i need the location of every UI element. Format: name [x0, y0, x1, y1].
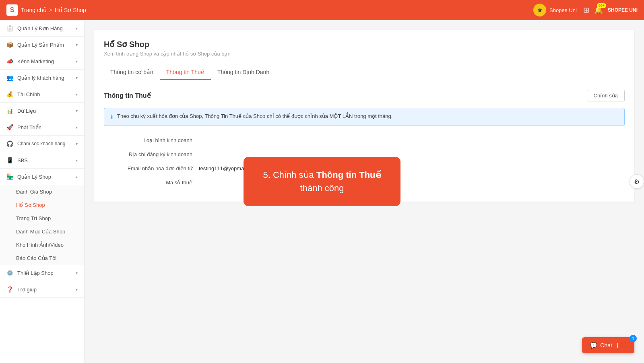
sidebar-sub-item-danh-gia-shop[interactable]: Đánh Giá Shop	[0, 185, 84, 198]
edit-button[interactable]: Chỉnh sửa	[587, 90, 625, 101]
field-loai-hinh-kinh-doanh: Loại hình kinh doanh	[104, 136, 625, 143]
settings-side-button[interactable]: ⚙	[630, 174, 644, 189]
sidebar-label-tro-giup: Trợ giúp	[17, 287, 37, 293]
sidebar-item-tai-chinh[interactable]: 💰 Tài Chính ▾	[0, 86, 84, 103]
value-email-hoa-don: testing111@yopmail.com	[199, 164, 258, 171]
info-icon: ℹ	[111, 113, 113, 121]
sidebar-label-kenh-marketing: Kênh Marketing	[17, 58, 54, 64]
grid-icon-button[interactable]: ⊞	[583, 6, 589, 14]
customers-icon: 👥	[6, 74, 13, 81]
label-email-hoa-don: Email nhận hóa đơn điện tử	[104, 164, 192, 171]
sidebar-item-quan-ly-don-hang[interactable]: 📋 Quản Lý Đơn Hàng ▾	[0, 20, 84, 37]
support-icon: 🎧	[6, 140, 13, 147]
page-subtitle: Xem tình trạng Shop và cập nhật hồ sơ Sh…	[104, 51, 625, 57]
info-notice: ℹ Theo chu kỳ xuất hóa đơn của Shop, Thô…	[104, 108, 625, 126]
tab-thong-tin-thue[interactable]: Thông tin Thuế	[160, 65, 211, 80]
sidebar-label-quan-ly-san-pham: Quản Lý Sản Phẩm	[17, 42, 64, 48]
finance-icon: 💰	[6, 91, 13, 97]
section-header: Thông tin Thuế Chỉnh sửa	[104, 90, 625, 101]
chevron-down-icon: ▾	[76, 76, 78, 80]
layout: 📋 Quản Lý Đơn Hàng ▾ 📦 Quản Lý Sản Phẩm …	[0, 20, 644, 363]
field-email-hoa-don: Email nhận hóa đơn điện tử testing111@yo…	[104, 164, 625, 171]
chat-button[interactable]: 💬 Chat | ⛶ 1	[582, 337, 634, 353]
chat-badge: 1	[630, 335, 637, 342]
chat-icon: 💬	[590, 342, 597, 349]
main-content: Hổ Sơ Shop Xem tình trạng Shop và cập nh…	[85, 20, 644, 363]
sbs-icon: 📱	[6, 157, 13, 163]
sidebar-item-tro-giup[interactable]: ❓ Trợ giúp ▾	[0, 281, 84, 298]
field-dia-chi-dang-ky: Địa chỉ đăng ký kinh doanh	[104, 150, 625, 157]
sidebar-label-phat-trien: Phát Triển	[17, 124, 41, 130]
settings-icon: ⚙️	[6, 270, 13, 276]
sidebar-label-tai-chinh: Tài Chính	[17, 91, 40, 97]
shopee-logo: S	[6, 4, 18, 16]
label-ma-so-thue: Mã số thuế	[104, 178, 192, 186]
sidebar-label-quan-ly-shop: Quản Lý Shop	[17, 174, 51, 180]
sidebar-sub-item-bao-cao-cua-toi[interactable]: Báo Cáo Của Tôi	[0, 252, 84, 265]
order-icon: 📋	[6, 25, 13, 31]
grid-icon: ⊞	[583, 6, 589, 14]
sidebar-sub-item-ho-so-shop[interactable]: Hổ Sơ Shop	[0, 198, 84, 212]
sidebar-item-sbs[interactable]: 📱 SBS ▾	[0, 152, 84, 169]
label-loai-hinh-kinh-doanh: Loại hình kinh doanh	[104, 136, 192, 143]
sidebar-submenu-quan-ly-shop: Đánh Giá Shop Hổ Sơ Shop Trang Trí Shop …	[0, 185, 84, 265]
chevron-down-icon: ▾	[76, 287, 78, 292]
sidebar-item-cham-soc-khach-hang[interactable]: 🎧 Chăm sóc khách hàng ▾	[0, 136, 84, 152]
content-card: Hổ Sơ Shop Xem tình trạng Shop và cập nh…	[94, 30, 634, 202]
expand-icon: ⛶	[621, 342, 626, 348]
chevron-down-icon: ▾	[76, 59, 78, 64]
breadcrumb-home[interactable]: Trang chủ	[21, 7, 47, 13]
tab-thong-tin-dinh-danh[interactable]: Thông tin Định Danh	[211, 65, 276, 80]
sidebar-sub-item-kho-hinh-anh[interactable]: Kho Hình Ảnh/Video	[0, 238, 84, 252]
shop-icon: 🏪	[6, 173, 13, 180]
notification-badge: 99+	[597, 3, 606, 8]
chat-label: Chat	[600, 342, 612, 349]
settings-side-icon: ⚙	[634, 178, 640, 186]
notice-text: Theo chu kỳ xuất hóa đơn của Shop, Thông…	[117, 113, 392, 119]
breadcrumb: Trang chủ > Hổ Sơ Shop	[21, 7, 86, 13]
sidebar-item-phat-trien[interactable]: 🚀 Phát Triển ▾	[0, 119, 84, 136]
breadcrumb-current: Hổ Sơ Shop	[55, 7, 86, 13]
sidebar: 📋 Quản Lý Đơn Hàng ▾ 📦 Quản Lý Sản Phẩm …	[0, 20, 85, 363]
section-title: Thông tin Thuế	[104, 92, 151, 99]
data-icon: 📊	[6, 107, 13, 114]
header-left: S Trang chủ > Hổ Sơ Shop	[6, 4, 86, 16]
field-ma-so-thue: Mã số thuế -	[104, 178, 625, 186]
sidebar-item-quan-ly-san-pham[interactable]: 📦 Quản Lý Sản Phẩm ▾	[0, 37, 84, 53]
sidebar-sub-item-trang-tri-shop[interactable]: Trang Trí Shop	[0, 212, 84, 225]
sidebar-item-du-lieu[interactable]: 📊 Dữ Liệu ▾	[0, 103, 84, 119]
header-right: 🎓 Shopee Uni ⊞ 🔔 99+ SHOPEE UNI	[533, 4, 638, 16]
uni-logo: 🎓	[533, 4, 546, 16]
sidebar-label-quan-ly-khach-hang: Quản lý khách hàng	[17, 75, 64, 81]
shopee-uni[interactable]: 🎓 Shopee Uni	[533, 4, 577, 16]
sidebar-sub-item-danh-muc-cua-shop[interactable]: Danh Mục Của Shop	[0, 225, 84, 238]
breadcrumb-separator: >	[49, 7, 52, 13]
sidebar-item-quan-ly-khach-hang[interactable]: 👥 Quản lý khách hàng ▾	[0, 70, 84, 86]
header-icons: ⊞ 🔔 99+ SHOPEE UNI	[583, 6, 638, 14]
sidebar-label-quan-ly-don-hang: Quản Lý Đơn Hàng	[17, 25, 63, 31]
help-icon: ❓	[6, 286, 13, 293]
marketing-icon: 📣	[6, 58, 13, 64]
sidebar-item-thiet-lap-shop[interactable]: ⚙️ Thiết Lập Shop ▾	[0, 265, 84, 281]
value-ma-so-thue: -	[199, 178, 200, 186]
sidebar-label-du-lieu: Dữ Liệu	[17, 108, 36, 114]
page-title: Hổ Sơ Shop	[104, 39, 625, 49]
notification-button[interactable]: 🔔 99+	[594, 6, 603, 14]
header: S Trang chủ > Hổ Sơ Shop 🎓 Shopee Uni ⊞ …	[0, 0, 644, 20]
sidebar-label-sbs: SBS	[17, 157, 28, 163]
tab-thong-tin-co-ban[interactable]: Thông tin cơ bản	[104, 65, 160, 80]
shopee-uni-nav-label[interactable]: SHOPEE UNI	[608, 7, 638, 13]
chevron-down-icon: ▾	[76, 125, 78, 130]
chevron-down-icon: ▾	[76, 26, 78, 31]
shopee-uni-label: Shopee Uni	[549, 7, 577, 13]
sidebar-label-cham-soc-khach-hang: Chăm sóc khách hàng	[17, 141, 65, 146]
chevron-down-icon: ▾	[76, 92, 78, 97]
chevron-down-icon: ▾	[76, 109, 78, 113]
chevron-down-icon: ▾	[76, 43, 78, 47]
develop-icon: 🚀	[6, 124, 13, 130]
chevron-down-icon: ▾	[76, 142, 78, 146]
sidebar-item-kenh-marketing[interactable]: 📣 Kênh Marketing ▾	[0, 53, 84, 70]
label-dia-chi-dang-ky: Địa chỉ đăng ký kinh doanh	[104, 150, 192, 157]
chevron-up-icon: ▴	[76, 175, 78, 179]
sidebar-item-quan-ly-shop[interactable]: 🏪 Quản Lý Shop ▴	[0, 169, 84, 185]
